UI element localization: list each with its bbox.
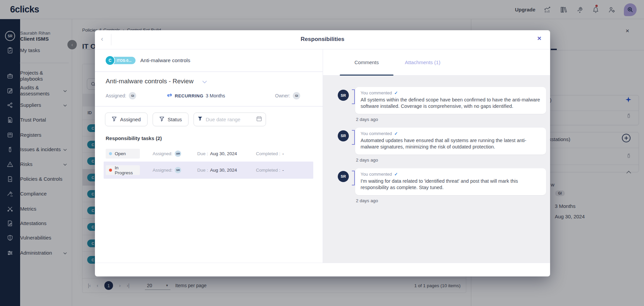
status-dot-in-progress	[109, 169, 112, 172]
comment-header: You commented	[361, 131, 392, 136]
task-completed-value: -	[282, 151, 284, 156]
modal-footer	[95, 263, 550, 276]
owner-avatar[interactable]: GI	[293, 92, 300, 99]
funnel-filled-icon	[198, 116, 203, 123]
comment-timestamp: 2 days ago	[356, 158, 546, 163]
assigned-label: Assigned:	[106, 93, 126, 98]
due-date-range-input[interactable]	[206, 117, 253, 122]
comment-bracket	[352, 171, 355, 185]
responsibility-tasks-heading: Responsibility tasks (2)	[95, 126, 323, 141]
modal-header: ‹ Responsibilities ×	[95, 30, 550, 49]
task-due-date: Aug 30, 2024	[210, 151, 237, 156]
comment-card: You commented ✓ I'm waiting for data rel…	[355, 168, 546, 195]
status-dot-open	[109, 152, 112, 155]
responsibility-meta-row: Assigned: GI RECURRING 3 Months Owner: G…	[95, 85, 323, 106]
due-date-range-field[interactable]	[194, 113, 266, 126]
modal-title: Responsibilities	[95, 36, 550, 43]
comment-card: You commented ✓ Automated updates have e…	[355, 128, 546, 155]
record-row: ITOS-0... C Anti-malware controls	[95, 49, 323, 64]
calendar-icon	[256, 116, 262, 123]
comment-header: You commented	[361, 172, 392, 177]
chevron-down-icon	[202, 79, 207, 85]
comment-body: I'm waiting for data related to 'identif…	[361, 178, 541, 191]
responsibility-name-dropdown[interactable]: Anti-malware controls - Review	[95, 72, 323, 85]
app-root: 6clicks Upgrade	[0, 0, 644, 306]
commenter-avatar: SR	[338, 130, 349, 141]
recurring-label: RECURRING	[175, 93, 203, 98]
comment-card: You commented ✓ All systems within the d…	[355, 87, 546, 114]
assigned-filter-button[interactable]: Assigned	[105, 113, 148, 126]
responsibilities-modal: ‹ Responsibilities × ITOS-0... C Anti-ma…	[95, 30, 550, 276]
record-name: Anti-malware controls	[140, 57, 190, 63]
check-icon: ✓	[394, 131, 397, 136]
commenter-avatar: SR	[338, 90, 349, 101]
comment-header: You commented	[361, 90, 392, 95]
task-status-pill: In Progress	[106, 165, 140, 175]
owner-label: Owner:	[275, 93, 290, 98]
check-icon: ✓	[394, 172, 397, 177]
recurring-frequency: 3 Months	[206, 93, 225, 98]
task-row-open[interactable]: Open Assigned: AR Due : Aug 30, 2024	[104, 145, 313, 162]
task-filters: Assigned Status	[95, 106, 323, 126]
task-row-in-progress[interactable]: In Progress Assigned: SR Due : Aug 30, 2…	[104, 162, 313, 179]
recurring-icon	[167, 93, 172, 99]
status-filter-button[interactable]: Status	[153, 113, 189, 126]
funnel-icon	[159, 117, 164, 123]
commenter-avatar: SR	[338, 171, 349, 182]
check-icon: ✓	[394, 90, 397, 95]
comments-pane: Comments Attachments (1) SR You commente…	[323, 49, 550, 263]
modal-close-icon[interactable]: ×	[537, 35, 541, 42]
comment-timestamp: 2 days ago	[356, 198, 546, 203]
tab-attachments[interactable]: Attachments (1)	[405, 59, 440, 65]
tab-comments[interactable]: Comments	[340, 59, 393, 65]
comment-item: SR You commented ✓ All systems within th…	[338, 87, 546, 122]
task-status-pill: Open	[106, 149, 140, 159]
task-assignee-avatar[interactable]: AR	[175, 150, 181, 157]
comment-bracket	[352, 130, 355, 145]
comment-timestamp: 2 days ago	[356, 117, 546, 122]
tab-bar: Comments Attachments (1)	[323, 49, 550, 76]
assigned-avatar[interactable]: GI	[129, 92, 136, 99]
comment-bracket	[352, 89, 355, 104]
responsibility-detail-pane: ITOS-0... C Anti-malware controls Anti-m…	[95, 49, 323, 263]
comment-item: SR You commented ✓ Automated updates hav…	[338, 128, 546, 163]
task-assignee-avatar[interactable]: SR	[175, 167, 181, 173]
funnel-icon	[112, 117, 117, 123]
control-type-badge: C	[106, 56, 114, 65]
task-completed-value: -	[282, 168, 284, 173]
task-due-date: Aug 30, 2024	[210, 168, 237, 173]
comment-body: All systems within the defined scope hav…	[361, 97, 541, 110]
comment-body: Automated updates have ensured that all …	[361, 137, 541, 150]
comment-item: SR You commented ✓ I'm waiting for data …	[338, 168, 546, 203]
active-tab-underline	[340, 75, 393, 76]
comments-list: SR You commented ✓ All systems within th…	[323, 76, 550, 263]
